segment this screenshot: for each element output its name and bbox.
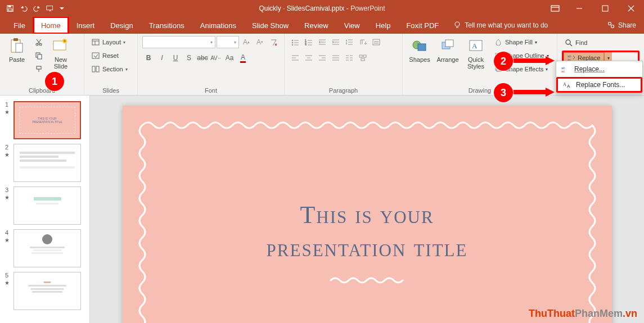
bold-icon[interactable]: B bbox=[142, 52, 155, 64]
tab-insert[interactable]: Insert bbox=[69, 17, 103, 34]
columns-icon[interactable] bbox=[343, 52, 355, 64]
italic-icon[interactable]: I bbox=[156, 52, 168, 64]
group-font-label: Font bbox=[142, 86, 280, 94]
shapes-button[interactable]: Shapes bbox=[407, 36, 432, 63]
quick-styles-button[interactable]: A Quick Styles bbox=[463, 36, 488, 70]
svg-rect-15 bbox=[38, 54, 42, 59]
tab-review[interactable]: Review bbox=[296, 17, 336, 34]
tab-slideshow[interactable]: Slide Show bbox=[244, 17, 296, 34]
slide-thumbnail-1[interactable]: THIS IS YOURPRESENTATION TITLE bbox=[13, 101, 81, 139]
font-name-combo[interactable]: ▾ bbox=[142, 36, 215, 48]
tell-me-label: Tell me what you want to do bbox=[465, 21, 548, 29]
decrease-indent-icon[interactable] bbox=[316, 36, 328, 48]
reset-icon bbox=[91, 51, 100, 60]
cut-icon[interactable] bbox=[33, 36, 45, 48]
menu-item-replace[interactable]: abac Replace... bbox=[556, 61, 642, 77]
justify-icon[interactable] bbox=[330, 52, 342, 64]
tab-animations[interactable]: Animations bbox=[192, 17, 244, 34]
svg-point-6 bbox=[455, 22, 460, 26]
copy-icon[interactable] bbox=[33, 49, 45, 62]
group-paragraph: 123 Paragraph bbox=[285, 34, 403, 95]
change-case-icon[interactable]: Aa bbox=[223, 52, 236, 64]
slide-thumbnail-3[interactable] bbox=[13, 186, 81, 225]
numbering-icon[interactable]: 123 bbox=[303, 36, 315, 48]
font-size-combo[interactable]: ▾ bbox=[217, 36, 239, 48]
clear-formatting-icon[interactable] bbox=[267, 36, 280, 48]
tell-me-search[interactable]: Tell me what you want to do bbox=[447, 17, 555, 34]
layout-icon bbox=[91, 38, 100, 47]
svg-point-23 bbox=[292, 40, 293, 41]
replace-icon: abac bbox=[561, 65, 570, 74]
svg-rect-36 bbox=[445, 40, 453, 47]
annotation-arrow-3 bbox=[513, 87, 555, 97]
share-button[interactable]: Share bbox=[599, 17, 644, 34]
slide-canvas[interactable]: This is your presentation title bbox=[90, 95, 644, 323]
reset-button[interactable]: Reset bbox=[89, 49, 130, 62]
bullets-icon[interactable] bbox=[289, 36, 301, 48]
tab-home[interactable]: Home bbox=[33, 17, 69, 34]
align-center-icon[interactable] bbox=[303, 52, 315, 64]
start-from-beginning-icon[interactable] bbox=[45, 3, 56, 14]
ribbon-display-options-icon[interactable] bbox=[544, 0, 566, 17]
font-color-icon[interactable]: A bbox=[237, 52, 249, 64]
animation-indicator-icon: ★ bbox=[4, 280, 10, 286]
arrange-button[interactable]: Arrange bbox=[435, 36, 460, 63]
find-icon bbox=[564, 38, 573, 47]
increase-indent-icon[interactable] bbox=[330, 36, 342, 48]
character-spacing-icon[interactable]: AV↔ bbox=[210, 52, 222, 64]
shape-fill-button[interactable]: Shape Fill ▾ bbox=[492, 36, 551, 48]
thumb-number: 2 bbox=[5, 144, 8, 151]
line-spacing-icon[interactable] bbox=[343, 36, 355, 48]
tab-help[interactable]: Help bbox=[368, 17, 399, 34]
animation-indicator-icon: ★ bbox=[4, 152, 10, 158]
tab-design[interactable]: Design bbox=[102, 17, 141, 34]
underline-icon[interactable]: U bbox=[169, 52, 182, 64]
tab-transitions[interactable]: Transitions bbox=[141, 17, 192, 34]
menu-item-replace-fonts[interactable]: AA Replace Fonts... bbox=[556, 77, 642, 93]
align-text-icon[interactable] bbox=[370, 36, 382, 48]
tab-foxit-pdf[interactable]: Foxit PDF bbox=[398, 17, 447, 34]
decrease-font-size-icon[interactable]: A▾ bbox=[254, 36, 266, 48]
share-icon bbox=[607, 21, 615, 30]
convert-smartart-icon[interactable] bbox=[357, 52, 369, 64]
find-button[interactable]: Find bbox=[562, 36, 640, 49]
svg-rect-4 bbox=[551, 6, 559, 11]
slide-thumbnail-4[interactable] bbox=[13, 229, 81, 267]
replace-dropdown-menu: abac Replace... AA Replace Fonts... bbox=[556, 61, 643, 93]
slide-thumbnail-2[interactable] bbox=[13, 144, 81, 182]
layout-button[interactable]: Layout ▾ bbox=[89, 36, 130, 48]
maximize-button[interactable] bbox=[592, 0, 618, 17]
save-icon[interactable] bbox=[4, 3, 16, 14]
slide[interactable]: This is your presentation title bbox=[123, 106, 612, 323]
tab-file[interactable]: File bbox=[6, 17, 33, 34]
quick-styles-label: Quick Styles bbox=[467, 56, 484, 70]
align-left-icon[interactable] bbox=[289, 52, 301, 64]
increase-font-size-icon[interactable]: A▴ bbox=[240, 36, 253, 48]
format-painter-icon[interactable] bbox=[33, 63, 45, 75]
align-right-icon[interactable] bbox=[316, 52, 328, 64]
minimize-button[interactable] bbox=[566, 0, 592, 17]
quick-styles-icon: A bbox=[467, 37, 485, 55]
document-filename: Quickly · SlidesCarnival.pptx bbox=[259, 4, 344, 12]
slide-thumbnail-5[interactable] bbox=[13, 272, 81, 310]
text-direction-icon[interactable] bbox=[357, 36, 369, 48]
svg-rect-19 bbox=[92, 39, 99, 45]
paste-button[interactable]: Paste bbox=[4, 36, 29, 63]
close-button[interactable] bbox=[618, 0, 644, 17]
svg-point-7 bbox=[608, 22, 611, 25]
shadow-icon[interactable]: S bbox=[183, 52, 195, 64]
arrange-icon bbox=[439, 37, 457, 55]
tab-view[interactable]: View bbox=[336, 17, 368, 34]
strikethrough-icon[interactable]: abc bbox=[196, 52, 209, 64]
qat-customize-icon[interactable] bbox=[58, 3, 65, 14]
svg-rect-3 bbox=[47, 6, 53, 10]
undo-icon[interactable] bbox=[18, 3, 29, 14]
section-button[interactable]: Section ▾ bbox=[89, 63, 130, 75]
shapes-label: Shapes bbox=[409, 56, 430, 63]
new-slide-button[interactable]: New Slide bbox=[48, 36, 73, 70]
paste-icon bbox=[8, 37, 26, 55]
redo-icon[interactable] bbox=[31, 3, 43, 14]
thumb-number: 1 bbox=[5, 101, 8, 108]
slide-thumbnails-pane[interactable]: 1★ THIS IS YOURPRESENTATION TITLE 2★ 3★ … bbox=[0, 95, 90, 323]
svg-point-8 bbox=[611, 25, 614, 28]
